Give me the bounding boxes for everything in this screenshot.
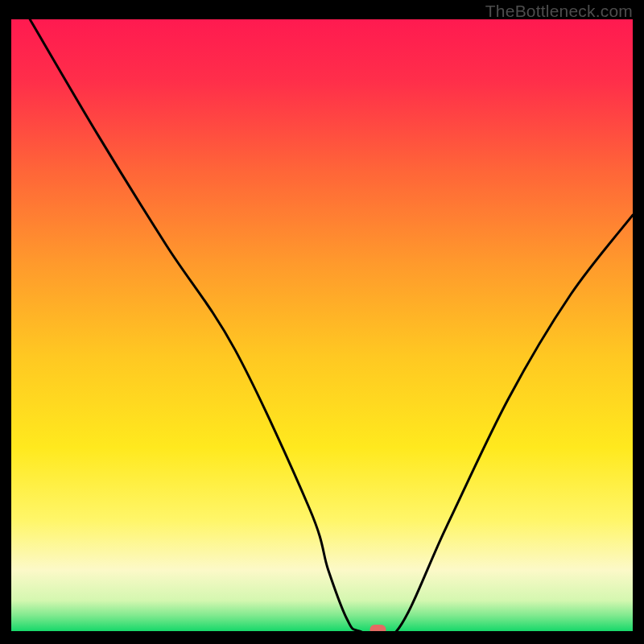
watermark-label: TheBottleneck.com xyxy=(485,2,633,21)
chart-svg xyxy=(11,19,633,631)
gradient-background xyxy=(11,19,633,631)
plot-area xyxy=(11,19,633,631)
chart-frame: TheBottleneck.com xyxy=(0,0,644,644)
optimum-marker xyxy=(369,625,386,631)
